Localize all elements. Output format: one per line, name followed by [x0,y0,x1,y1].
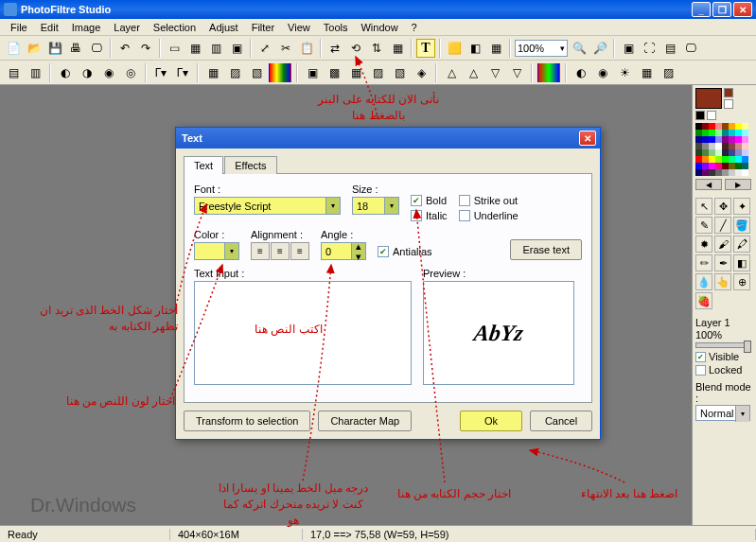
bw-black[interactable] [695,111,705,120]
menu-window[interactable]: Window [354,22,404,33]
align-right-icon[interactable]: ≡ [290,242,309,260]
f9-icon[interactable]: ▦ [203,63,222,82]
resize-icon[interactable]: ⤢ [255,39,274,58]
f17-icon[interactable]: ▧ [390,63,409,82]
f23-icon[interactable] [537,63,560,82]
locked-checkbox[interactable]: Locked [695,364,753,376]
fit-icon[interactable]: ▣ [619,39,638,58]
close-button[interactable]: ✕ [733,2,752,17]
f27-icon[interactable]: ▦ [637,63,656,82]
f14-icon[interactable]: ▩ [325,63,343,82]
f20-icon[interactable]: △ [464,63,483,82]
f5-icon[interactable]: ◉ [99,63,118,82]
f3-icon[interactable]: ◐ [56,63,75,82]
recent-color[interactable] [724,88,733,97]
eraser-tool[interactable]: ◧ [733,254,750,271]
zoom-in-icon[interactable]: 🔍 [570,39,589,58]
pen-tool[interactable]: ✒ [714,254,731,271]
advbrush-tool[interactable]: 🖍 [733,236,750,253]
f8-icon[interactable]: Γ▾ [173,63,192,82]
color-palette[interactable] [695,123,753,176]
align-center-icon[interactable]: ≡ [271,242,290,260]
angle-input[interactable]: 0▴▾ [321,242,366,260]
move-tool[interactable]: ✥ [714,198,731,215]
text-tool-icon[interactable]: T [416,39,435,58]
f16-icon[interactable]: ▨ [368,63,387,82]
maximize-button[interactable]: ❐ [712,2,731,17]
f18-icon[interactable]: ◈ [412,63,431,82]
stamp-tool[interactable]: 🍓 [695,292,712,309]
manager-icon[interactable]: 🖵 [681,39,700,58]
erase-text-button[interactable]: Erase text [510,239,582,260]
module-icon[interactable]: ▦ [486,39,505,58]
f19-icon[interactable]: △ [442,63,461,82]
minimize-button[interactable]: _ [692,2,711,17]
fill-tool[interactable]: 🪣 [733,217,750,234]
size-select[interactable]: 18▾ [352,197,399,215]
fg-color-swatch[interactable] [695,88,722,109]
ok-button[interactable]: Ok [460,411,522,431]
f11-icon[interactable]: ▧ [247,63,266,82]
fill2-icon[interactable]: ◧ [466,39,484,58]
zoom-out-icon[interactable]: 🔎 [590,39,609,58]
picker-icon[interactable]: 🟨 [445,39,464,58]
italic-checkbox[interactable]: Italic [411,210,448,221]
layer-icon[interactable]: ▣ [227,39,246,58]
f24-icon[interactable]: ◐ [571,63,590,82]
f2-icon[interactable]: ▥ [26,63,44,82]
antialias-checkbox[interactable]: ✔Antialias [378,246,432,257]
charmap-button[interactable]: Character Map [318,411,412,431]
f28-icon[interactable]: ▨ [659,63,677,82]
align-left-icon[interactable]: ≡ [251,242,270,260]
tab-effects[interactable]: Effects [224,156,276,174]
dialog-titlebar[interactable]: Text ✕ [176,128,600,149]
dialog-close-icon[interactable]: ✕ [579,131,596,146]
opacity-slider[interactable] [695,342,750,348]
cancel-button[interactable]: Cancel [530,411,592,431]
recent-color[interactable] [724,99,733,109]
print-icon[interactable]: 🖶 [66,39,85,58]
f22-icon[interactable]: ▽ [507,63,526,82]
mirror-icon[interactable]: ⇅ [367,39,386,58]
wand-tool[interactable]: ✦ [733,198,750,215]
save-icon[interactable]: 💾 [45,39,64,58]
tab-text[interactable]: Text [184,156,223,174]
strikeout-checkbox[interactable]: Strike out [459,195,519,206]
smudge-tool[interactable]: 👆 [714,273,731,290]
scan-icon[interactable]: 🖵 [87,39,106,58]
flip-icon[interactable]: ⇄ [325,39,344,58]
redo-icon[interactable]: ↷ [136,39,155,58]
menu-filter[interactable]: Filter [245,22,281,33]
palette-next[interactable]: ▶ [725,179,751,190]
menu-edit[interactable]: Edit [34,22,65,33]
clone-tool[interactable]: ⊕ [733,273,750,290]
f6-icon[interactable]: ◎ [121,63,140,82]
bw-white[interactable] [707,111,716,120]
f12-icon[interactable] [269,63,291,82]
color-select[interactable]: ▾ [194,242,239,260]
menu-image[interactable]: Image [65,22,108,33]
crop-icon[interactable]: ✂ [276,39,295,58]
zoom-select[interactable]: 100% [515,40,568,57]
rgb-icon[interactable]: ▥ [206,39,225,58]
color-icon[interactable]: ▦ [185,39,204,58]
menu-tools[interactable]: Tools [317,22,355,33]
f13-icon[interactable]: ▣ [303,63,322,82]
rect-icon[interactable]: ▭ [165,39,184,58]
open-icon[interactable]: 📂 [25,39,44,58]
f4-icon[interactable]: ◑ [78,63,97,82]
new-icon[interactable]: 📄 [4,39,23,58]
f15-icon[interactable]: ▦ [346,63,365,82]
grid-icon[interactable]: ▦ [388,39,407,58]
blur-tool[interactable]: 💧 [695,273,712,290]
f10-icon[interactable]: ▨ [225,63,244,82]
f26-icon[interactable]: ☀ [615,63,634,82]
rotate-icon[interactable]: ⟲ [346,39,365,58]
pointer-tool[interactable]: ↖ [695,198,712,215]
bold-checkbox[interactable]: ✔Bold [411,195,448,206]
line-tool[interactable]: ╱ [714,217,731,234]
paste-icon[interactable]: 📋 [297,39,316,58]
browser-icon[interactable]: ▤ [660,39,679,58]
menu-help[interactable]: ? [405,22,424,33]
menu-view[interactable]: View [281,22,317,33]
